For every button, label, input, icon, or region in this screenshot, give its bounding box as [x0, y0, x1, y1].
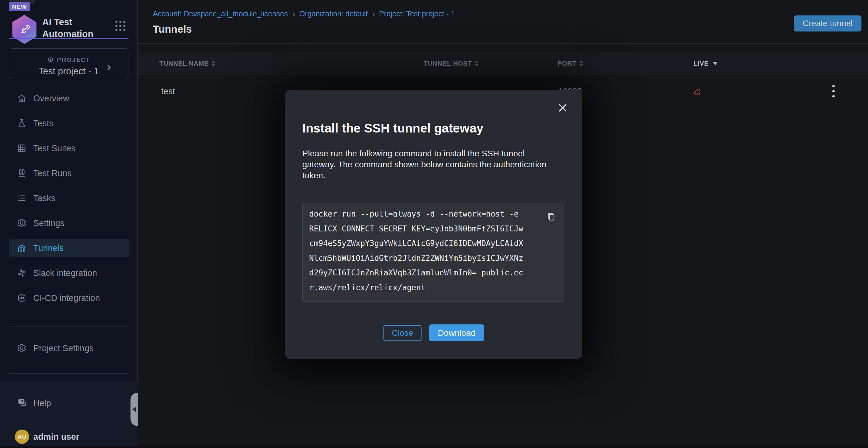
column-header-tunnel-host[interactable]: TUNNEL HOST — [424, 52, 478, 75]
help-label: Help — [33, 398, 51, 408]
sidebar-item-label: Tunnels — [33, 243, 64, 253]
sidebar-item-label: CI-CD integration — [33, 293, 100, 303]
brand-accent-rule — [9, 38, 128, 39]
chevron-right-icon — [105, 64, 113, 71]
sidebar-collapse-handle[interactable] — [130, 393, 137, 426]
cicd-icon — [17, 293, 27, 303]
sidebar-item-label: Tasks — [33, 193, 55, 203]
flask-icon — [17, 118, 27, 128]
column-label: LIVE — [693, 60, 709, 67]
sidebar-item-label: Slack integration — [33, 268, 97, 278]
sort-icons — [579, 61, 583, 67]
apps-grid-icon[interactable] — [114, 19, 127, 33]
gear-icon — [17, 343, 27, 353]
column-label: TUNNEL HOST — [424, 60, 472, 67]
help-chat-icon — [17, 398, 27, 409]
slack-icon — [17, 268, 27, 278]
modal-body-text: Please run the following command to inst… — [302, 148, 564, 181]
sort-icons — [212, 61, 215, 67]
help-button[interactable]: Help — [9, 394, 129, 412]
sidebar-divider — [9, 326, 128, 326]
close-icon[interactable] — [557, 101, 570, 115]
project-selector-label: PROJECT — [57, 57, 90, 63]
close-button[interactable]: Close — [383, 325, 422, 341]
code-line: r.aws/relicx/relicx/agent — [309, 281, 557, 295]
sidebar-item-slack-integration[interactable]: Slack integration — [9, 264, 129, 282]
sort-icons — [475, 61, 478, 67]
code-line: d29yZCI6ICJnZnRiaXVqb3Z1amlueWlmIn0= pub… — [309, 265, 557, 281]
avatar: AU — [15, 429, 29, 444]
user-menu[interactable]: AU admin user — [15, 429, 80, 444]
user-name: admin user — [33, 432, 80, 442]
code-line: docker run --pull=always -d --network=ho… — [309, 207, 557, 222]
live-status-cell — [692, 75, 701, 107]
code-line: cm94eS5yZWxpY3guYWkiLCAicG9ydCI6IDEwMDAy… — [309, 236, 557, 251]
column-header-tunnel-name[interactable]: TUNNEL NAME — [159, 52, 215, 75]
sidebar-item-tunnels[interactable]: Tunnels — [9, 239, 129, 257]
ssh-gateway-modal: Install the SSH tunnel gateway Please ru… — [285, 90, 582, 359]
column-header-live[interactable]: LIVE — [693, 52, 718, 75]
sidebar-item-label: Settings — [33, 218, 64, 228]
sidebar-item-overview[interactable]: Overview — [9, 89, 129, 107]
sidebar-item-label: Project Settings — [33, 344, 94, 353]
install-command-codeblock: docker run --pull=always -d --network=ho… — [302, 203, 564, 301]
app-title: AI Test Automation — [42, 17, 109, 40]
table-grid-icon — [17, 143, 27, 153]
gear-icon — [17, 218, 27, 228]
viewport-bottom-edge — [0, 446, 868, 448]
row-actions-kebab-icon[interactable] — [832, 75, 835, 107]
column-label: PORT — [557, 60, 577, 67]
sidebar-item-test-suites[interactable]: Test Suites — [9, 139, 129, 157]
tunnel-name-cell: test — [161, 75, 175, 107]
column-label: TUNNEL NAME — [159, 60, 209, 67]
sidebar-divider — [9, 373, 128, 374]
chain-link-icon — [17, 22, 32, 37]
project-selector[interactable]: PROJECT Test project - 1 — [9, 49, 128, 79]
new-badge: NEW — [9, 2, 30, 11]
home-icon — [17, 93, 27, 103]
tunnel-icon — [17, 243, 27, 253]
sidebar-footer: Help AU admin user — [0, 381, 137, 448]
modal-title: Install the SSH tunnel gateway — [302, 121, 483, 135]
modal-actions: Close Download — [285, 324, 582, 341]
sidebar-item-tests[interactable]: Tests — [9, 114, 129, 132]
copy-icon[interactable] — [546, 211, 557, 222]
sidebar-item-settings[interactable]: Settings — [9, 214, 129, 232]
app-logo — [11, 15, 38, 44]
link-broken-icon — [692, 87, 701, 96]
download-button[interactable]: Download — [429, 324, 484, 341]
sidebar-item-label: Test Suites — [33, 143, 75, 153]
sidebar-item-cicd-integration[interactable]: CI-CD integration — [9, 289, 129, 307]
sidebar-item-label: Test Runs — [33, 168, 72, 178]
code-line: RELICX_CONNECT_SECRET_KEY=eyJob3N0bmFtZS… — [309, 222, 557, 236]
table-header-row: TUNNEL NAME TUNNEL HOST PORT LIVE — [137, 52, 868, 75]
column-header-port[interactable]: PORT — [557, 52, 583, 75]
sidebar-item-project-settings[interactable]: Project Settings — [9, 339, 129, 357]
sidebar-item-label: Overview — [33, 94, 69, 103]
project-cube-icon — [47, 57, 54, 64]
sort-desc-icon — [713, 62, 718, 65]
sidebar-item-test-runs[interactable]: Test Runs — [9, 164, 129, 183]
sidebar: NEW AI Test Automation PROJECT Test proj… — [0, 0, 137, 448]
collapse-left-icon — [132, 407, 136, 412]
test-runs-icon — [17, 168, 27, 178]
sidebar-menu: Overview Tests Test Suites — [0, 89, 137, 314]
sidebar-item-label: Tests — [33, 119, 54, 128]
tasks-list-icon — [17, 193, 27, 203]
sidebar-item-tasks[interactable]: Tasks — [9, 189, 129, 207]
code-line: Nlcm5hbWUiOiAidGtrb2JldnZ2ZWNiYm5ibyIsIC… — [309, 251, 557, 266]
